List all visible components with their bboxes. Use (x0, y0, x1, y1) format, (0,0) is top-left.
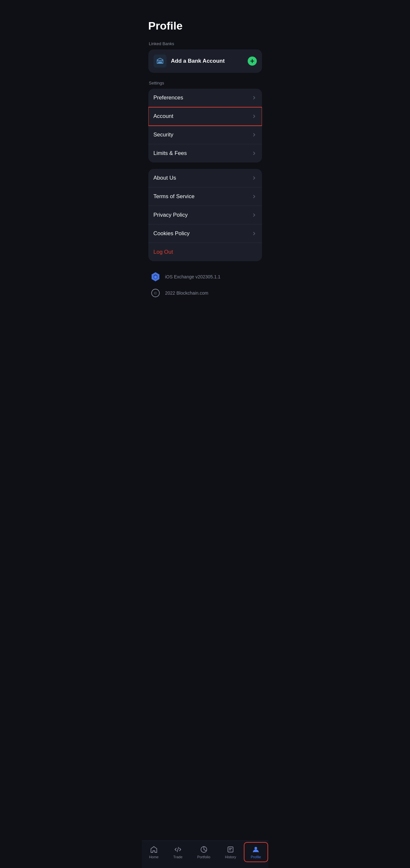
copyright-icon: © (150, 287, 161, 299)
svg-text:©: © (154, 291, 157, 296)
version-text: iOS Exchange v202305.1.1 (165, 274, 220, 279)
privacy-item[interactable]: Privacy Policy (148, 206, 262, 224)
chevron-right-icon (251, 231, 257, 236)
preferences-label: Preferences (153, 95, 251, 101)
logout-label: Log Out (153, 249, 257, 255)
terms-item[interactable]: Terms of Service (148, 187, 262, 206)
page-title: Profile (148, 20, 262, 32)
account-item[interactable]: Account (148, 107, 262, 126)
chevron-right-icon (251, 213, 257, 218)
terms-label: Terms of Service (153, 193, 251, 200)
chevron-right-icon (251, 132, 257, 137)
chevron-right-icon (251, 95, 257, 100)
settings-card: Preferences Account Security Limits & Fe… (148, 89, 262, 162)
add-bank-button[interactable] (248, 57, 257, 66)
privacy-label: Privacy Policy (153, 212, 251, 218)
about-us-label: About Us (153, 175, 251, 181)
footer-info: iOS Exchange v202305.1.1 © 2022 Blockcha… (148, 268, 262, 307)
cookies-item[interactable]: Cookies Policy (148, 224, 262, 243)
version-row: iOS Exchange v202305.1.1 (150, 271, 261, 283)
security-label: Security (153, 131, 251, 138)
limits-fees-label: Limits & Fees (153, 150, 251, 157)
chevron-right-icon (251, 114, 257, 119)
blockchain-logo-icon (150, 271, 161, 283)
cookies-label: Cookies Policy (153, 230, 251, 237)
logout-item[interactable]: Log Out (148, 243, 262, 261)
copyright-row: © 2022 Blockchain.com (150, 287, 261, 299)
chevron-right-icon (251, 194, 257, 199)
security-item[interactable]: Security (148, 126, 262, 144)
linked-banks-label: Linked Banks (148, 41, 262, 46)
chevron-right-icon (251, 176, 257, 181)
preferences-item[interactable]: Preferences (148, 89, 262, 107)
chevron-right-icon (251, 151, 257, 156)
limits-fees-item[interactable]: Limits & Fees (148, 144, 262, 162)
about-us-item[interactable]: About Us (148, 169, 262, 187)
account-label: Account (153, 113, 251, 120)
settings-label: Settings (148, 81, 262, 86)
add-bank-text: Add a Bank Account (171, 58, 248, 64)
bank-icon (153, 55, 167, 68)
add-bank-row[interactable]: Add a Bank Account (148, 50, 262, 73)
copyright-text: 2022 Blockchain.com (165, 290, 208, 296)
info-card: About Us Terms of Service Privacy Policy… (148, 169, 262, 261)
